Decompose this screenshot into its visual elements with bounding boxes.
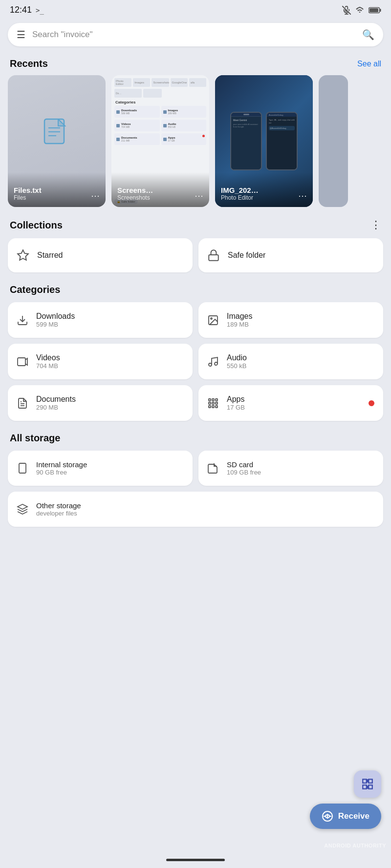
svg-point-18 <box>215 362 217 365</box>
download-icon <box>17 314 28 326</box>
wifi-icon <box>355 6 365 15</box>
categories-title: Categories <box>8 284 383 295</box>
storage-internal[interactable]: Internal storage 90 GB free <box>8 451 193 486</box>
svg-rect-23 <box>216 399 217 401</box>
storage-sd-card[interactable]: SD card 109 GB free <box>198 451 383 486</box>
category-downloads[interactable]: Downloads 599 MB <box>8 302 193 338</box>
mute-icon <box>342 6 351 15</box>
audio-name: Audio <box>227 353 247 362</box>
svg-point-17 <box>209 363 212 366</box>
svg-marker-11 <box>18 250 28 260</box>
image-icon <box>207 314 219 326</box>
search-bar[interactable]: ☰ Search "invoice" 🔍 <box>8 23 383 46</box>
recent-card-partial[interactable] <box>319 75 348 207</box>
apps-icon <box>207 397 219 409</box>
other-storage-name: Other storage <box>36 501 81 510</box>
svg-rect-37 <box>369 779 372 783</box>
category-images[interactable]: Images 189 MB <box>198 302 383 338</box>
collections-section: Collections ⋮ Starred Safe folder <box>0 217 391 280</box>
svg-rect-16 <box>18 358 25 366</box>
recents-header: Recents See all <box>0 56 391 75</box>
card-more-files[interactable]: ⋯ <box>91 190 100 201</box>
videos-size: 704 MB <box>36 362 60 370</box>
search-input-placeholder[interactable]: Search "invoice" <box>32 30 355 40</box>
recent-card-files[interactable]: Files.txt Files ⋯ <box>8 75 106 207</box>
svg-rect-36 <box>363 779 367 783</box>
nav-pill <box>166 859 225 861</box>
receive-icon <box>322 810 333 822</box>
svg-rect-27 <box>209 406 211 408</box>
sd-card-sub: 109 GB free <box>227 469 261 476</box>
star-icon <box>17 249 29 262</box>
watermark: ANDROID AUTHORITY <box>324 843 386 848</box>
card-more-photo[interactable]: ⋯ <box>298 190 307 201</box>
status-bar: 12:41 >_ <box>0 0 391 18</box>
recents-scroll: Files.txt Files ⋯ Photo Editor Images Sc… <box>0 75 391 217</box>
categories-grid: Downloads 599 MB Images 189 MB Vide <box>8 302 383 421</box>
svg-rect-22 <box>212 399 214 401</box>
recent-card-photo[interactable]: Meet Gemini your new mobile AI assistant… <box>215 75 313 207</box>
file-txt-icon <box>43 118 70 150</box>
internal-storage-name: Internal storage <box>36 460 87 469</box>
other-storage-sub: developer files <box>36 510 81 517</box>
svg-rect-21 <box>209 399 211 401</box>
card-name-photo: IMG_202… <box>221 186 259 194</box>
videos-name: Videos <box>36 353 60 362</box>
svg-rect-39 <box>363 785 367 789</box>
apps-notification-dot <box>369 400 374 406</box>
sd-card-name: SD card <box>227 460 261 469</box>
svg-rect-5 <box>380 9 381 12</box>
recent-card-screenshots[interactable]: Photo Editor Images Screenshots GoogleOn… <box>111 75 209 207</box>
images-name: Images <box>227 312 252 321</box>
scan-fab-button[interactable] <box>354 770 381 798</box>
collections-grid: Starred Safe folder <box>8 238 383 272</box>
card-label-files: Files.txt Files ⋯ <box>8 172 106 207</box>
downloads-size: 599 MB <box>36 321 75 328</box>
svg-rect-26 <box>216 402 217 404</box>
storage-title: All storage <box>8 433 383 444</box>
category-apps[interactable]: Apps 17 GB <box>198 385 383 421</box>
card-name-files: Files.txt <box>14 186 42 194</box>
status-icons <box>342 6 381 15</box>
svg-marker-35 <box>18 504 27 509</box>
storage-section: All storage Internal storage 90 GB free <box>0 429 391 535</box>
svg-rect-24 <box>209 402 211 404</box>
sdcard-icon <box>207 462 219 474</box>
category-audio[interactable]: Audio 550 kB <box>198 344 383 379</box>
collection-starred-label: Starred <box>37 251 63 260</box>
downloads-name: Downloads <box>36 312 75 321</box>
battery-icon <box>369 7 381 14</box>
collection-safe-folder-label: Safe folder <box>228 251 265 260</box>
search-icon[interactable]: 🔍 <box>362 29 374 41</box>
phone-icon <box>17 462 28 474</box>
category-documents[interactable]: Documents 290 MB <box>8 385 193 421</box>
collections-title: Collections <box>10 220 63 231</box>
svg-rect-12 <box>209 255 218 261</box>
card-sub-photo: Photo Editor <box>221 194 259 201</box>
see-all-button[interactable]: See all <box>357 60 381 68</box>
categories-section: Categories Downloads 599 MB Images <box>0 280 391 429</box>
hamburger-icon[interactable]: ☰ <box>17 29 25 41</box>
card-more-screenshots[interactable]: ⋯ <box>195 190 203 201</box>
storage-other[interactable]: Other storage developer files <box>8 492 383 527</box>
internal-storage-sub: 90 GB free <box>36 469 87 476</box>
svg-rect-28 <box>212 406 214 408</box>
svg-rect-25 <box>212 402 214 404</box>
documents-name: Documents <box>36 395 76 404</box>
collections-more-button[interactable]: ⋮ <box>370 219 381 231</box>
fab-container: Receive <box>310 770 381 829</box>
document-icon <box>17 397 28 409</box>
images-size: 189 MB <box>227 321 252 328</box>
apps-size: 17 GB <box>227 404 245 411</box>
receive-fab-button[interactable]: Receive <box>310 804 381 829</box>
svg-rect-30 <box>19 463 26 473</box>
card-label-photo: IMG_202… Photo Editor ⋯ <box>215 172 313 207</box>
terminal-icon: >_ <box>36 6 44 14</box>
category-videos[interactable]: Videos 704 MB <box>8 344 193 379</box>
collection-safe-folder[interactable]: Safe folder <box>198 238 383 272</box>
collection-starred[interactable]: Starred <box>8 238 193 272</box>
svg-rect-29 <box>216 406 217 408</box>
status-time: 12:41 <box>10 5 32 15</box>
svg-rect-38 <box>369 785 372 789</box>
scan-icon <box>361 778 374 790</box>
